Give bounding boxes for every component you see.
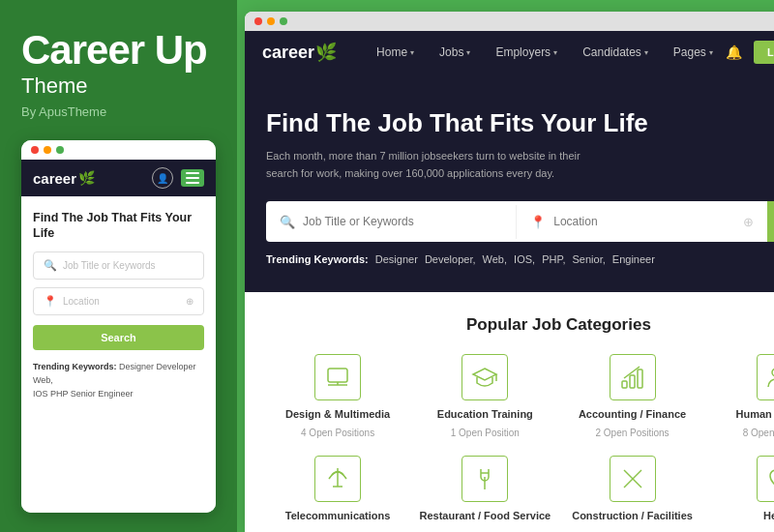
mobile-nav: career🌿 👤 bbox=[21, 160, 216, 196]
login-register-button[interactable]: Login/Register bbox=[754, 41, 774, 64]
mobile-search-placeholder: Job Title or Keywords bbox=[63, 260, 156, 271]
categories-title: Popular Job Categories bbox=[264, 315, 774, 335]
trending-keyword-engineer[interactable]: Engineer bbox=[612, 253, 655, 265]
site-logo: career🌿 bbox=[262, 42, 337, 63]
jobs-arrow-icon: ▾ bbox=[466, 48, 470, 57]
browser-dot-yellow bbox=[267, 17, 275, 25]
trending-keyword-developer[interactable]: Developer, bbox=[425, 253, 476, 265]
nav-candidates[interactable]: Candidates ▾ bbox=[570, 31, 661, 74]
trending-keyword-designer[interactable]: Designer bbox=[375, 253, 418, 265]
keyword-search-field[interactable]: 🔍 bbox=[266, 205, 517, 239]
health-icon bbox=[757, 456, 774, 502]
right-panel: career🌿 Home ▾ Jobs ▾ Employers ▾ Candid… bbox=[237, 0, 774, 532]
construction-facilities-name: Construction / Facilities bbox=[572, 510, 693, 521]
mobile-location-box[interactable]: 📍 Location ⊕ bbox=[33, 287, 204, 315]
health-name: Health bbox=[763, 510, 774, 521]
notification-bell-icon[interactable]: 🔔 bbox=[726, 44, 742, 60]
mobile-search-button[interactable]: Search bbox=[33, 325, 204, 350]
accounting-finance-icon bbox=[610, 354, 656, 400]
brand-subtitle: Theme bbox=[21, 74, 216, 99]
browser-dot-red bbox=[254, 17, 262, 25]
mobile-user-icon[interactable]: 👤 bbox=[152, 167, 173, 189]
hero-trending: Trending Keywords: Designer Developer, W… bbox=[266, 253, 774, 265]
education-training-positions: 1 Open Position bbox=[451, 428, 520, 438]
design-multimedia-icon bbox=[314, 354, 361, 400]
mobile-search-box[interactable]: 🔍 Job Title or Keywords bbox=[33, 251, 204, 280]
categories-section: Popular Job Categories Design & Multimed… bbox=[245, 292, 774, 532]
mobile-titlebar bbox=[21, 140, 216, 160]
categories-grid-row2: Telecommunications Restaurant / Food Ser… bbox=[264, 456, 774, 521]
brand-by: By ApusTheme bbox=[21, 104, 216, 119]
mobile-hero-title: Find The Job That Fits Your Life bbox=[33, 210, 204, 242]
browser-chrome: career🌿 Home ▾ Jobs ▾ Employers ▾ Candid… bbox=[245, 12, 774, 532]
hero-title: Find The Job That Fits Your Life bbox=[266, 108, 774, 138]
home-arrow-icon: ▾ bbox=[410, 48, 414, 57]
category-design[interactable]: Design & Multimedia 4 Open Positions bbox=[264, 354, 411, 438]
category-restaurant[interactable]: Restaurant / Food Service bbox=[411, 456, 558, 521]
location-pin-icon: 📍 bbox=[530, 215, 546, 229]
candidates-arrow-icon: ▾ bbox=[644, 48, 648, 57]
trending-keyword-php[interactable]: PHP, bbox=[542, 253, 565, 265]
site-logo-leaf-icon: 🌿 bbox=[315, 42, 337, 63]
employers-arrow-icon: ▾ bbox=[553, 48, 557, 57]
nav-links: Home ▾ Jobs ▾ Employers ▾ Candidates ▾ P… bbox=[364, 31, 774, 74]
telecommunications-name: Telecommunications bbox=[285, 510, 391, 521]
category-accounting[interactable]: Accounting / Finance 2 Open Positions bbox=[558, 354, 705, 438]
category-telecom[interactable]: Telecommunications bbox=[264, 456, 411, 521]
human-resource-name: Human Resource bbox=[736, 408, 774, 420]
svg-rect-4 bbox=[622, 381, 627, 388]
design-multimedia-positions: 4 Open Positions bbox=[301, 428, 374, 438]
site-nav: career🌿 Home ▾ Jobs ▾ Employers ▾ Candid… bbox=[245, 31, 774, 74]
construction-facilities-icon bbox=[610, 456, 656, 502]
svg-rect-6 bbox=[638, 369, 642, 388]
hero-search-button[interactable]: Search bbox=[767, 201, 774, 242]
restaurant-food-name: Restaurant / Food Service bbox=[419, 510, 551, 521]
left-panel: Career Up Theme By ApusTheme career🌿 👤 F… bbox=[0, 0, 237, 532]
mobile-content: Find The Job That Fits Your Life 🔍 Job T… bbox=[21, 196, 216, 513]
mobile-nav-icons: 👤 bbox=[152, 167, 204, 189]
nav-home[interactable]: Home ▾ bbox=[364, 31, 427, 74]
location-search-field[interactable]: 📍 ⊕ bbox=[517, 205, 766, 239]
mobile-preview: career🌿 👤 Find The Job That Fits Your Li… bbox=[21, 140, 216, 513]
trending-keyword-web[interactable]: Web, bbox=[483, 253, 507, 265]
svg-rect-0 bbox=[328, 369, 347, 382]
design-multimedia-name: Design & Multimedia bbox=[285, 408, 390, 420]
category-hr[interactable]: Human Resource 8 Open Positions bbox=[706, 354, 774, 438]
mobile-location-pin-icon: 📍 bbox=[44, 295, 57, 308]
category-education[interactable]: Education Training 1 Open Position bbox=[411, 354, 558, 438]
education-training-icon bbox=[461, 354, 508, 400]
keyword-search-input[interactable] bbox=[303, 215, 502, 228]
category-health[interactable]: Health bbox=[706, 456, 774, 521]
mobile-location-placeholder: Location bbox=[63, 296, 100, 307]
restaurant-food-icon bbox=[461, 456, 508, 502]
site-logo-text: career bbox=[262, 43, 314, 63]
location-search-input[interactable] bbox=[553, 215, 734, 228]
brand-title: Career Up bbox=[21, 29, 216, 72]
pages-arrow-icon: ▾ bbox=[709, 48, 713, 57]
nav-pages[interactable]: Pages ▾ bbox=[661, 31, 726, 74]
dot-red bbox=[31, 146, 39, 154]
mobile-menu-icon[interactable] bbox=[181, 169, 204, 187]
hero-section: Find The Job That Fits Your Life Each mo… bbox=[245, 74, 774, 292]
mobile-trending-label: Trending Keywords: bbox=[33, 362, 117, 371]
category-construction[interactable]: Construction / Facilities bbox=[558, 456, 705, 521]
education-training-name: Education Training bbox=[437, 408, 533, 420]
accounting-finance-name: Accounting / Finance bbox=[579, 408, 686, 420]
hero-description: Each month, more than 7 million jobseeke… bbox=[266, 148, 595, 182]
human-resource-icon bbox=[757, 354, 774, 400]
nav-jobs[interactable]: Jobs ▾ bbox=[427, 31, 483, 74]
browser-titlebar bbox=[245, 12, 774, 31]
trending-keyword-ios[interactable]: IOS, bbox=[514, 253, 535, 265]
accounting-finance-positions: 2 Open Positions bbox=[595, 428, 669, 438]
mobile-location-gps-icon: ⊕ bbox=[186, 296, 194, 307]
hero-search-bar: 🔍 📍 ⊕ Search bbox=[266, 201, 774, 242]
categories-grid-row1: Design & Multimedia 4 Open Positions Edu… bbox=[264, 354, 774, 438]
telecommunications-icon bbox=[314, 456, 361, 502]
trending-label: Trending Keywords: bbox=[266, 253, 369, 265]
gps-icon[interactable]: ⊕ bbox=[743, 215, 754, 229]
human-resource-positions: 8 Open Positions bbox=[743, 428, 774, 438]
dot-green bbox=[56, 146, 64, 154]
trending-keyword-senior[interactable]: Senior, bbox=[573, 253, 606, 265]
mobile-location-left: 📍 Location bbox=[44, 295, 100, 308]
nav-employers[interactable]: Employers ▾ bbox=[483, 31, 570, 74]
